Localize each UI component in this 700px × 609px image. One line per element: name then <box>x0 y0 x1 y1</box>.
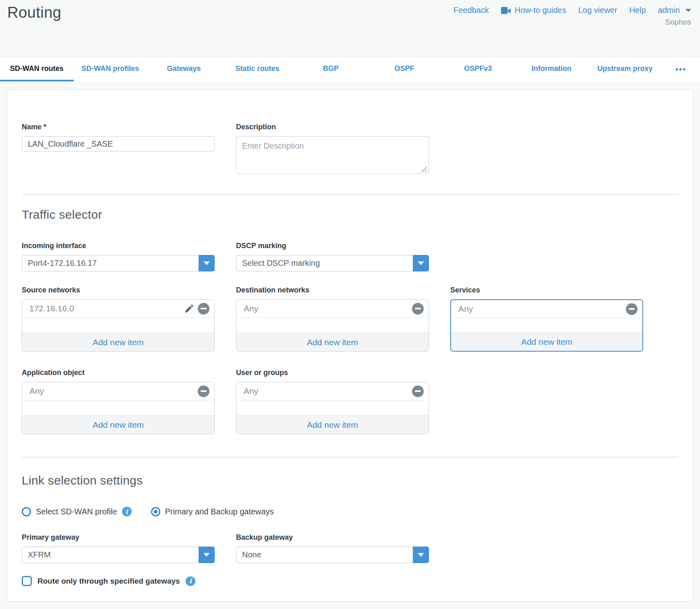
list-item: Any <box>22 382 214 400</box>
services-box: Any Add new item <box>450 299 643 352</box>
brand-label: Sophos <box>665 18 691 27</box>
dscp-marking-dropdown[interactable]: Select DSCP marking <box>236 255 429 271</box>
radio-primary-backup-gateways[interactable]: Primary and Backup gateways <box>151 507 274 516</box>
add-new-item-button[interactable]: Add new item <box>22 333 214 351</box>
dropdown-arrow-icon[interactable] <box>413 547 429 563</box>
remove-icon[interactable] <box>412 385 424 397</box>
video-camera-icon <box>501 6 512 14</box>
services-label: Services <box>450 286 643 294</box>
remove-icon[interactable] <box>412 303 424 315</box>
application-object-box: Any Add new item <box>22 382 215 434</box>
dropdown-arrow-icon[interactable] <box>413 255 429 271</box>
tab-upstream-proxy[interactable]: Upstream proxy <box>588 57 662 81</box>
radio-select-sdwan-profile[interactable]: Select SD-WAN profile i <box>22 507 132 516</box>
edit-icon[interactable] <box>184 303 198 314</box>
primary-gateway-label: Primary gateway <box>22 533 215 542</box>
help-link[interactable]: Help <box>629 6 646 15</box>
add-new-item-button[interactable]: Add new item <box>451 332 642 351</box>
section-divider <box>22 457 678 458</box>
name-input[interactable] <box>22 136 215 151</box>
dropdown-arrow-icon[interactable] <box>199 255 215 271</box>
description-label: Description <box>236 123 429 131</box>
tab-gateways[interactable]: Gateways <box>147 57 221 81</box>
add-new-item-button[interactable]: Add new item <box>236 333 429 351</box>
tab-sdwan-profiles[interactable]: SD-WAN profiles <box>74 57 147 81</box>
tab-bar: SD-WAN routes SD-WAN profiles Gateways S… <box>0 57 700 81</box>
tab-sdwan-routes[interactable]: SD-WAN routes <box>0 57 74 81</box>
list-item: Any <box>236 382 429 400</box>
section-divider <box>22 194 678 195</box>
add-new-item-button[interactable]: Add new item <box>236 415 429 434</box>
admin-menu[interactable]: admin <box>658 6 691 15</box>
top-header: Routing Feedback How-to guides Log viewe… <box>0 0 700 57</box>
caret-down-icon <box>686 9 691 12</box>
description-textarea[interactable] <box>236 136 429 174</box>
source-networks-box: 172.16.16.0 Add new item <box>22 299 215 352</box>
sdwan-route-form-panel: Name * Description Traffic selector Inco… <box>7 89 693 602</box>
list-item: Any <box>236 300 429 318</box>
traffic-selector-heading: Traffic selector <box>22 208 678 222</box>
dropdown-arrow-icon[interactable] <box>199 547 215 563</box>
radio-icon[interactable] <box>151 507 160 516</box>
source-networks-label: Source networks <box>22 286 215 294</box>
route-only-checkbox[interactable] <box>22 576 32 586</box>
tab-information[interactable]: Information <box>515 57 588 81</box>
user-or-groups-label: User or groups <box>236 369 429 377</box>
feedback-link[interactable]: Feedback <box>454 6 489 15</box>
page-title: Routing <box>7 4 61 21</box>
backup-gateway-dropdown[interactable]: None <box>236 547 429 563</box>
add-new-item-button[interactable]: Add new item <box>22 415 214 434</box>
info-icon[interactable]: i <box>186 576 195 586</box>
user-or-groups-box: Any Add new item <box>236 382 429 434</box>
remove-icon[interactable] <box>198 385 209 397</box>
primary-gateway-dropdown[interactable]: XFRM <box>22 547 215 563</box>
howto-guides-link[interactable]: How-to guides <box>501 6 566 15</box>
radio-icon[interactable] <box>22 507 31 516</box>
application-object-label: Application object <box>22 369 215 377</box>
info-icon[interactable]: i <box>122 507 132 516</box>
incoming-interface-label: Incoming interface <box>22 242 215 250</box>
link-selection-heading: Link selection settings <box>22 474 678 487</box>
remove-icon[interactable] <box>198 303 209 315</box>
tab-static-routes[interactable]: Static routes <box>221 57 294 81</box>
tab-ospf[interactable]: OSPF <box>368 57 441 81</box>
remove-icon[interactable] <box>626 303 638 315</box>
dscp-marking-label: DSCP marking <box>236 242 429 250</box>
list-item: 172.16.16.0 <box>22 300 214 318</box>
log-viewer-link[interactable]: Log viewer <box>578 6 617 15</box>
tab-ospfv3[interactable]: OSPFv3 <box>441 57 515 81</box>
route-only-label: Route only through specified gateways <box>37 577 180 586</box>
top-links: Feedback How-to guides Log viewer Help a… <box>454 6 691 15</box>
more-tabs-icon[interactable]: ••• <box>662 57 700 81</box>
destination-networks-box: Any Add new item <box>236 299 429 352</box>
tab-bgp[interactable]: BGP <box>294 57 368 81</box>
list-item: Any <box>451 300 642 318</box>
name-label: Name * <box>22 123 215 131</box>
backup-gateway-label: Backup gateway <box>236 533 429 542</box>
incoming-interface-dropdown[interactable]: Port4-172.16.16.17 <box>22 255 215 271</box>
destination-networks-label: Destination networks <box>236 286 429 294</box>
